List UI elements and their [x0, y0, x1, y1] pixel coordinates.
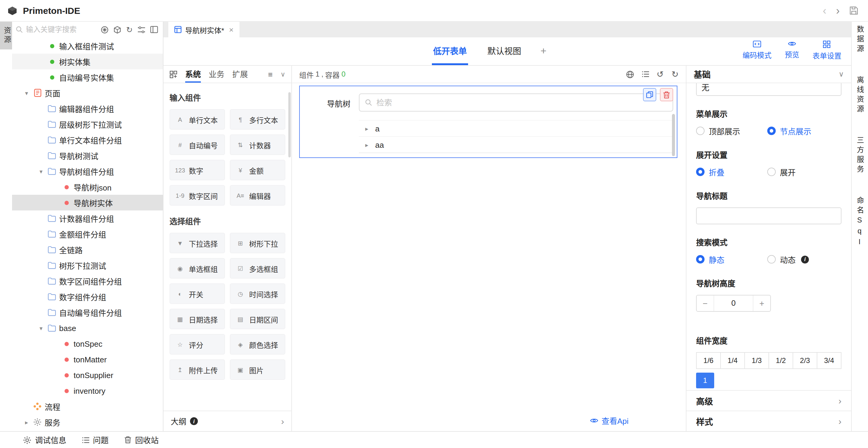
panel-collapse-icon[interactable]: ∨ — [280, 66, 285, 83]
tree-item[interactable]: tonSupplier — [12, 367, 163, 383]
component-button[interactable]: ☑多选框组 — [230, 258, 285, 279]
component-button[interactable]: ¶多行文本 — [230, 109, 285, 130]
component-button[interactable]: A单行文本 — [169, 109, 225, 130]
nav-title-input[interactable] — [696, 207, 841, 224]
problems-button[interactable]: 问题 — [82, 434, 108, 446]
editor-tab-active[interactable]: 导航树实体* × — [168, 22, 240, 37]
sidebar-search-input[interactable] — [26, 25, 97, 34]
radio-option[interactable]: 顶部展示 — [696, 125, 767, 136]
panel-menu-icon[interactable]: ≡ — [268, 66, 273, 83]
advanced-section-header[interactable]: 高级 › — [686, 390, 851, 411]
component-button[interactable]: ◈颜色选择 — [230, 334, 285, 355]
nav-tree-search-input[interactable] — [376, 98, 667, 107]
view-tab-item[interactable]: 默认视图 — [486, 37, 522, 65]
component-button[interactable]: ◷时间选择 — [230, 283, 285, 304]
radio-option[interactable]: 展开 — [767, 166, 796, 178]
components-grid-icon[interactable] — [169, 66, 177, 83]
panel-tab-系统[interactable]: 系统 — [185, 66, 201, 83]
width-option-selected[interactable]: 1 — [696, 372, 714, 388]
nav-tree-scrollbar-thumb[interactable] — [672, 114, 675, 156]
redo-icon[interactable]: ↻ — [672, 70, 679, 78]
tree-item[interactable]: 数字区间组件分组 — [12, 273, 163, 289]
component-button[interactable]: ▣图片 — [230, 359, 285, 380]
view-api-link[interactable]: 查看Api — [590, 415, 628, 426]
nav-back-icon[interactable]: ‹ — [823, 5, 826, 16]
component-button[interactable]: ☆评分 — [169, 334, 225, 355]
tree-item[interactable]: 导航树测试 — [12, 148, 163, 163]
component-button[interactable]: ¥金额 — [230, 160, 285, 180]
component-button[interactable]: ◐开关 — [169, 283, 225, 304]
ai-assist-icon[interactable] — [101, 26, 108, 33]
width-option[interactable]: 1/4 — [720, 352, 745, 369]
tree-item[interactable]: ▾页面 — [12, 85, 163, 101]
radio-option[interactable]: 动态i — [767, 254, 809, 265]
component-button[interactable]: ▤日期区间 — [230, 309, 285, 329]
recycle-bin-button[interactable]: 回收站 — [124, 434, 159, 446]
component-button[interactable]: 123数字 — [169, 160, 225, 180]
panel-tab-业务[interactable]: 业务 — [209, 66, 224, 83]
panel-tab-扩展[interactable]: 扩展 — [232, 66, 248, 83]
width-option[interactable]: 2/3 — [793, 352, 817, 369]
tree-item[interactable]: ▾导航树组件分组 — [12, 163, 163, 179]
undo-icon[interactable]: ↺ — [657, 70, 663, 78]
component-button[interactable]: ↥附件上传 — [169, 359, 225, 380]
rail-tab-离线资源[interactable]: 离线资源 — [855, 76, 865, 115]
locale-icon[interactable] — [626, 70, 634, 78]
caret-right-icon[interactable]: ▸ — [364, 125, 370, 132]
collapse-panel-icon[interactable] — [150, 26, 158, 33]
tree-item[interactable]: tonMatter — [12, 352, 163, 367]
component-button[interactable]: ⊞树形下拉 — [230, 233, 285, 253]
caret-down-icon[interactable]: ▾ — [36, 325, 46, 331]
refresh-icon[interactable]: ↻ — [126, 26, 133, 33]
nav-forward-icon[interactable]: › — [836, 5, 840, 16]
caret-down-icon[interactable]: ▾ — [36, 168, 46, 174]
rail-tab-命名Sql[interactable]: 命名Sql — [855, 197, 865, 248]
nav-tree-row[interactable]: ▸aa — [359, 136, 673, 153]
tree-item[interactable]: 单行文本组件分组 — [12, 132, 163, 148]
add-view-button[interactable]: + — [540, 45, 547, 57]
clipped-property-input[interactable] — [696, 83, 841, 96]
tree-item[interactable]: ▾base — [12, 320, 163, 336]
tree-item[interactable]: 树实体集 — [12, 54, 163, 69]
tree-item[interactable]: tonSpec — [12, 336, 163, 352]
caret-right-icon[interactable]: ▸ — [22, 419, 31, 425]
outline-expand-icon[interactable]: › — [281, 416, 284, 426]
canvas-body[interactable]: 导航树 ▸a▸aa — [292, 83, 686, 431]
nav-tree-row[interactable]: ▸a — [359, 120, 673, 136]
width-option[interactable]: 3/4 — [817, 352, 841, 369]
width-option[interactable]: 1/3 — [744, 352, 769, 369]
tree-item[interactable]: ▸服务 — [12, 414, 163, 430]
tree-item[interactable]: 层级树形下拉测试 — [12, 116, 163, 132]
tree-item[interactable]: 计数器组件分组 — [12, 211, 163, 226]
delete-component-button[interactable] — [660, 88, 673, 101]
tree-item[interactable]: 流程 — [12, 398, 163, 414]
radio-option-selected[interactable]: 节点展示 — [767, 125, 811, 136]
caret-down-icon[interactable]: ▾ — [22, 90, 31, 96]
stepper-increase-button[interactable]: + — [753, 295, 770, 311]
component-panel-scrollbar-thumb[interactable] — [288, 92, 291, 157]
component-button[interactable]: 1-9数字区间 — [169, 185, 225, 205]
preview-button[interactable]: 预览 — [785, 40, 799, 60]
form-settings-button[interactable]: 表单设置 — [812, 40, 841, 60]
info-icon[interactable]: i — [801, 255, 809, 263]
tree-item[interactable]: 数字组件分组 — [12, 289, 163, 305]
tree-item[interactable]: 输入框组件测试 — [12, 38, 163, 54]
tree-item[interactable]: 导航树json — [12, 179, 163, 195]
save-icon[interactable] — [849, 6, 858, 15]
tree-item[interactable]: 自动编号组件分组 — [12, 305, 163, 320]
tree-item[interactable]: 全链路 — [12, 242, 163, 257]
component-button[interactable]: #自动编号 — [169, 134, 225, 155]
package-icon[interactable] — [114, 26, 121, 33]
stepper-decrease-button[interactable]: − — [697, 295, 714, 311]
basic-section-header[interactable]: 基础 ∨ — [686, 66, 851, 83]
component-button[interactable]: ⇅计数器 — [230, 134, 285, 155]
component-button[interactable]: A≡编辑器 — [230, 185, 285, 205]
component-button[interactable]: ▦日期选择 — [169, 309, 225, 329]
component-button[interactable]: ◉单选框组 — [169, 258, 225, 279]
width-option[interactable]: 1/6 — [696, 352, 721, 369]
outline-footer[interactable]: 大纲 i › — [163, 411, 291, 431]
filter-icon[interactable] — [137, 26, 145, 33]
style-section-header[interactable]: 样式 › — [686, 411, 851, 431]
tree-item[interactable]: 自动编号实体集 — [12, 69, 163, 85]
tree-item[interactable]: 编辑器组件分组 — [12, 101, 163, 116]
